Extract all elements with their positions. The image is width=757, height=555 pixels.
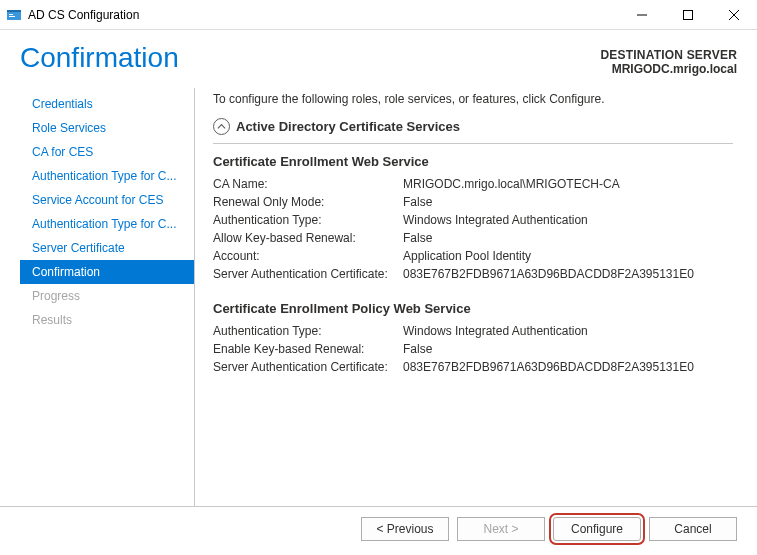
kv-key: Authentication Type: [213,324,403,338]
group-header[interactable]: Active Directory Certificate Services [213,118,733,144]
kv-key: Account: [213,249,403,263]
kv-row: Authentication Type:Windows Integrated A… [213,211,733,229]
window-title: AD CS Configuration [28,8,139,22]
kv-row: Authentication Type:Windows Integrated A… [213,322,733,340]
kv-key: Renewal Only Mode: [213,195,403,209]
svg-rect-3 [9,16,15,17]
close-button[interactable] [711,0,757,30]
sidebar-item-7[interactable]: Confirmation [20,260,194,284]
page-title: Confirmation [20,42,600,74]
kv-value: Windows Integrated Authentication [403,324,733,338]
kv-value: Application Pool Identity [403,249,733,263]
main-panel: To configure the following roles, role s… [195,88,737,506]
window-controls [619,0,757,30]
group-title: Active Directory Certificate Services [236,119,460,134]
sidebar: CredentialsRole ServicesCA for CESAuthen… [20,88,195,506]
kv-row: Enable Key-based Renewal:False [213,340,733,358]
kv-key: Server Authentication Certificate: [213,267,403,281]
destination-info: DESTINATION SERVER MRIGODC.mrigo.local [600,48,737,76]
cancel-button[interactable]: Cancel [649,517,737,541]
kv-key: CA Name: [213,177,403,191]
body-row: CredentialsRole ServicesCA for CESAuthen… [20,88,737,506]
kv-value: 083E767B2FDB9671A63D96BDACDD8F2A395131E0 [403,267,733,281]
intro-text: To configure the following roles, role s… [213,92,733,106]
sidebar-item-9: Results [20,308,194,332]
kv-key: Enable Key-based Renewal: [213,342,403,356]
sidebar-item-4[interactable]: Service Account for CES [20,188,194,212]
kv-row: Server Authentication Certificate:083E76… [213,358,733,376]
svg-rect-5 [684,10,693,19]
kv-key: Server Authentication Certificate: [213,360,403,374]
titlebar: AD CS Configuration [0,0,757,30]
svg-rect-1 [7,10,21,12]
kv-key: Allow Key-based Renewal: [213,231,403,245]
destination-name: MRIGODC.mrigo.local [600,62,737,76]
kv-value: MRIGODC.mrigo.local\MRIGOTECH-CA [403,177,733,191]
kv-value: 083E767B2FDB9671A63D96BDACDD8F2A395131E0 [403,360,733,374]
kv-row: Account:Application Pool Identity [213,247,733,265]
sidebar-item-6[interactable]: Server Certificate [20,236,194,260]
sidebar-item-0[interactable]: Credentials [20,92,194,116]
kv-value: False [403,195,733,209]
next-button: Next > [457,517,545,541]
kv-key: Authentication Type: [213,213,403,227]
kv-row: Server Authentication Certificate:083E76… [213,265,733,283]
minimize-button[interactable] [619,0,665,30]
content-area: Confirmation DESTINATION SERVER MRIGODC.… [0,30,757,506]
section-title: Certificate Enrollment Policy Web Servic… [213,301,733,316]
header-row: Confirmation DESTINATION SERVER MRIGODC.… [20,42,737,76]
sidebar-item-3[interactable]: Authentication Type for C... [20,164,194,188]
kv-row: CA Name:MRIGODC.mrigo.local\MRIGOTECH-CA [213,175,733,193]
kv-value: Windows Integrated Authentication [403,213,733,227]
sections-container: Certificate Enrollment Web ServiceCA Nam… [213,154,733,376]
kv-value: False [403,231,733,245]
section-0: Certificate Enrollment Web ServiceCA Nam… [213,154,733,283]
section-1: Certificate Enrollment Policy Web Servic… [213,301,733,376]
sidebar-item-5[interactable]: Authentication Type for C... [20,212,194,236]
chevron-up-icon [213,118,230,135]
section-title: Certificate Enrollment Web Service [213,154,733,169]
sidebar-item-8: Progress [20,284,194,308]
destination-label: DESTINATION SERVER [600,48,737,62]
configure-button[interactable]: Configure [553,517,641,541]
svg-rect-2 [9,14,13,15]
footer: < Previous Next > Configure Cancel [0,506,757,555]
previous-button[interactable]: < Previous [361,517,449,541]
sidebar-item-1[interactable]: Role Services [20,116,194,140]
kv-row: Renewal Only Mode:False [213,193,733,211]
app-icon [6,7,22,23]
kv-row: Allow Key-based Renewal:False [213,229,733,247]
maximize-button[interactable] [665,0,711,30]
sidebar-item-2[interactable]: CA for CES [20,140,194,164]
kv-value: False [403,342,733,356]
